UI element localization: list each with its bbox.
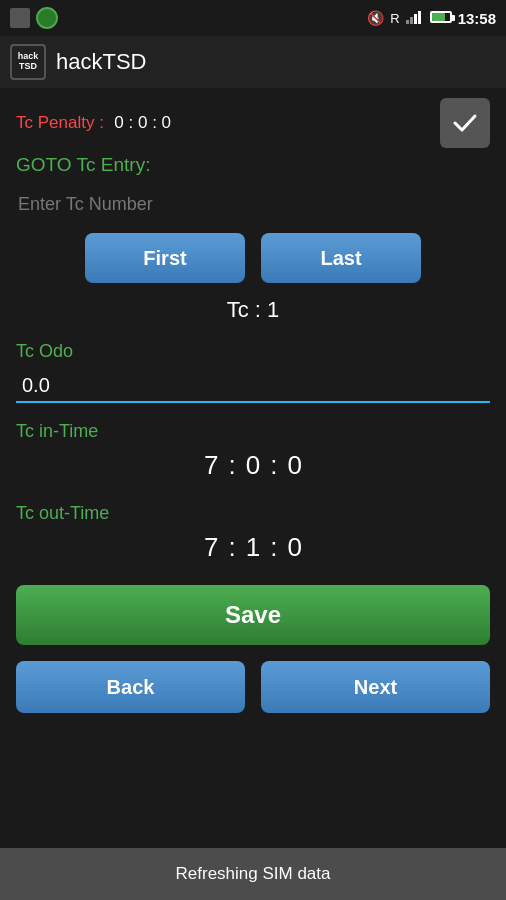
next-button[interactable]: Next — [261, 661, 490, 713]
tc-out-minutes: 1 — [246, 532, 260, 563]
clock: 13:58 — [458, 10, 496, 27]
status-bar-left — [10, 7, 58, 29]
signal-bars-icon — [406, 10, 424, 26]
goto-row: GOTO Tc Entry: — [16, 154, 490, 176]
logo-tsd: TSD — [19, 62, 37, 72]
tc-out-time-section: Tc out-Time 7 : 1 : 0 — [16, 503, 490, 563]
svg-rect-3 — [418, 11, 421, 24]
tc-out-time-label: Tc out-Time — [16, 503, 490, 524]
main-content: Tc Penalty : 0 : 0 : 0 GOTO Tc Entry: Fi… — [0, 88, 506, 723]
svg-rect-1 — [410, 17, 413, 24]
tc-in-time-section: Tc in-Time 7 : 0 : 0 — [16, 421, 490, 481]
toast-message: Refreshing SIM data — [176, 864, 331, 883]
tc-in-seconds: 0 — [287, 450, 301, 481]
last-button[interactable]: Last — [261, 233, 421, 283]
battery-icon — [430, 11, 452, 26]
tc-in-hours: 7 — [204, 450, 218, 481]
goto-label: GOTO Tc Entry: — [16, 154, 150, 176]
app-logo: hack TSD — [10, 44, 46, 80]
tc-in-minutes: 0 — [246, 450, 260, 481]
tc-number-input[interactable] — [16, 188, 490, 221]
tc-out-hours: 7 — [204, 532, 218, 563]
image-icon — [10, 8, 30, 28]
penalty-label: Tc Penalty : — [16, 113, 104, 132]
tc-in-time-display: 7 : 0 : 0 — [16, 450, 490, 481]
status-bar: 🔇 R 13:58 — [0, 0, 506, 36]
first-last-button-row: First Last — [16, 233, 490, 283]
check-button[interactable] — [440, 98, 490, 148]
tc-odo-input[interactable] — [16, 370, 490, 403]
check-icon — [451, 109, 479, 137]
svg-rect-0 — [406, 20, 409, 24]
tc-value: 1 — [267, 297, 279, 322]
tc-in-colon-2: : — [270, 450, 277, 481]
tc-odo-label: Tc Odo — [16, 341, 490, 362]
face-icon — [36, 7, 58, 29]
tc-in-colon-1: : — [229, 450, 236, 481]
tc-display: Tc : 1 — [16, 297, 490, 323]
tc-in-time-label: Tc in-Time — [16, 421, 490, 442]
penalty-block: Tc Penalty : 0 : 0 : 0 — [16, 113, 171, 133]
bottom-buttons: Back Next — [16, 661, 490, 713]
tc-out-colon-1: : — [229, 532, 236, 563]
svg-rect-2 — [414, 14, 417, 24]
mute-icon: 🔇 — [367, 10, 384, 26]
toast: Refreshing SIM data — [0, 848, 506, 900]
tc-prefix: Tc : — [227, 297, 267, 322]
app-bar: hack TSD hackTSD — [0, 36, 506, 88]
penalty-value: 0 : 0 : 0 — [114, 113, 171, 132]
app-title: hackTSD — [56, 49, 146, 75]
tc-out-seconds: 0 — [287, 532, 301, 563]
back-button[interactable]: Back — [16, 661, 245, 713]
tc-out-time-display: 7 : 1 : 0 — [16, 532, 490, 563]
tc-odo-container — [16, 370, 490, 403]
status-bar-right: 🔇 R 13:58 — [367, 10, 496, 27]
network-icon: R — [390, 11, 399, 26]
tc-out-colon-2: : — [270, 532, 277, 563]
save-button[interactable]: Save — [16, 585, 490, 645]
first-button[interactable]: First — [85, 233, 245, 283]
penalty-row: Tc Penalty : 0 : 0 : 0 — [16, 98, 490, 148]
